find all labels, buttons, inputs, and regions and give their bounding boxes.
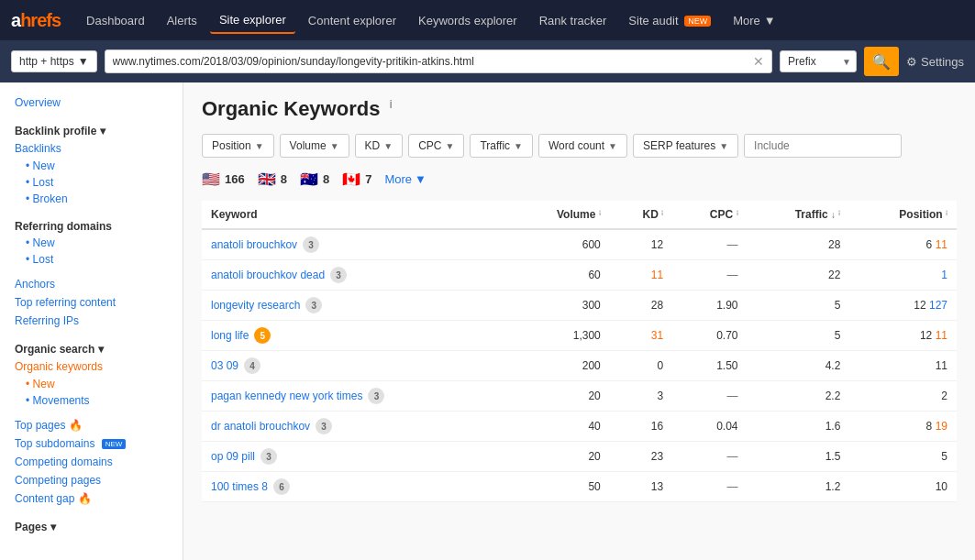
sidebar-competing-domains[interactable]: Competing domains <box>0 453 183 471</box>
ca-flag: 🇨🇦 <box>342 170 360 188</box>
keyword-link[interactable]: longevity research <box>211 299 300 312</box>
flag-au[interactable]: 🇦🇺 8 <box>300 170 329 188</box>
keyword-cell: long life5 <box>202 321 510 351</box>
filter-word-count[interactable]: Word count ▼ <box>538 134 627 158</box>
sidebar-broken-backlinks[interactable]: Broken <box>0 191 183 207</box>
keyword-cell: anatoli brouchkov3 <box>202 229 510 260</box>
volume-info-icon[interactable]: ⁱ <box>599 210 601 220</box>
position-cell: 10 <box>849 472 957 502</box>
cpc-cell: — <box>672 472 747 502</box>
filter-position[interactable]: Position ▼ <box>202 134 274 158</box>
volume-cell: 50 <box>510 472 610 502</box>
position-extra: 11 <box>936 238 947 251</box>
nav-more[interactable]: More ▼ <box>724 8 785 33</box>
traffic-info-icon[interactable]: ⁱ <box>838 210 840 220</box>
cpc-dash: — <box>727 269 738 281</box>
sidebar-new-referring[interactable]: New <box>0 235 183 251</box>
sidebar-new-backlinks[interactable]: New <box>0 158 183 174</box>
keyword-link[interactable]: 100 times 8 <box>211 480 268 493</box>
kd-cell: 16 <box>610 412 672 442</box>
traffic-cell: 5 <box>748 321 850 351</box>
filter-serp-features[interactable]: SERP features ▼ <box>633 134 738 158</box>
sidebar-content-gap[interactable]: Content gap 🔥 <box>0 489 183 508</box>
position-cell: 12 11 <box>849 321 957 351</box>
include-input[interactable] <box>744 134 902 158</box>
settings-button[interactable]: ⚙ Settings <box>906 55 964 69</box>
cpc-arrow: ▼ <box>445 141 454 151</box>
protocol-select[interactable]: http + https ▼ <box>11 50 97 72</box>
keyword-link[interactable]: op 09 pill <box>211 450 255 463</box>
nav-content-explorer[interactable]: Content explorer <box>299 8 405 33</box>
traffic-cell: 1.2 <box>748 472 850 502</box>
url-input[interactable] <box>113 55 753 68</box>
sidebar-organic-keywords[interactable]: Organic keywords <box>0 357 183 376</box>
sidebar-top-referring-content[interactable]: Top referring content <box>0 293 183 312</box>
sidebar-lost-backlinks[interactable]: Lost <box>0 174 183 191</box>
keyword-link[interactable]: anatoli brouchkov dead <box>211 269 325 281</box>
nav-dashboard[interactable]: Dashboard <box>77 8 154 33</box>
sidebar-overview[interactable]: Overview <box>0 93 183 112</box>
more-flags-button[interactable]: More ▼ <box>384 172 427 186</box>
position-cell: 11 <box>849 351 957 381</box>
cpc-info-icon[interactable]: ⁱ <box>737 210 738 220</box>
flag-ca[interactable]: 🇨🇦 7 <box>342 170 371 188</box>
kd-info-icon[interactable]: ⁱ <box>661 210 663 220</box>
cpc-cell: 1.50 <box>672 351 747 381</box>
sidebar-lost-referring[interactable]: Lost <box>0 251 183 268</box>
flag-us[interactable]: 🇺🇸 166 <box>202 170 245 188</box>
prefix-wrap: Prefix Exact URL Domain ▼ <box>780 50 857 72</box>
prefix-select[interactable]: Prefix Exact URL Domain <box>780 50 857 72</box>
sidebar-anchors[interactable]: Anchors <box>0 275 183 293</box>
filter-kd[interactable]: KD ▼ <box>355 134 404 158</box>
sidebar-competing-pages[interactable]: Competing pages <box>0 471 183 489</box>
keyword-link[interactable]: pagan kennedy new york times <box>211 390 362 402</box>
sidebar-movements[interactable]: Movements <box>0 392 183 409</box>
word-count-arrow: ▼ <box>608 141 617 151</box>
position-cell: 1 <box>849 260 957 291</box>
nav-site-audit[interactable]: Site audit NEW <box>619 8 720 33</box>
position-extra: 11 <box>936 329 947 342</box>
cpc-dash: — <box>727 390 738 402</box>
nav-keywords-explorer[interactable]: Keywords explorer <box>409 8 526 33</box>
kd-cell: 23 <box>610 442 672 472</box>
th-position[interactable]: Position ⁱ <box>849 201 957 229</box>
sidebar-referring-ips[interactable]: Referring IPs <box>0 312 183 330</box>
position-info-icon[interactable]: ⁱ <box>946 210 947 220</box>
traffic-cell: 1.5 <box>748 442 850 472</box>
sidebar-top-pages[interactable]: Top pages 🔥 <box>0 416 183 434</box>
flag-gb[interactable]: 🇬🇧 8 <box>258 170 287 188</box>
sidebar-backlinks[interactable]: Backlinks <box>0 139 183 158</box>
filter-traffic[interactable]: Traffic ▼ <box>470 134 533 158</box>
difficulty-badge: 4 <box>244 357 260 374</box>
page-title-info-icon[interactable]: i <box>390 98 393 111</box>
table-row: anatoli brouchkov360012—286 11 <box>202 229 957 260</box>
au-flag: 🇦🇺 <box>300 170 318 188</box>
sidebar-new-organic[interactable]: New <box>0 376 183 392</box>
th-volume[interactable]: Volume ⁱ <box>510 201 610 229</box>
url-clear-icon[interactable]: ✕ <box>753 54 764 69</box>
filter-volume[interactable]: Volume ▼ <box>280 134 349 158</box>
th-cpc[interactable]: CPC ⁱ <box>672 201 747 229</box>
position-value: 5 <box>941 450 947 463</box>
keyword-link[interactable]: long life <box>211 329 249 342</box>
th-traffic[interactable]: Traffic ↓ ⁱ <box>748 201 850 229</box>
table-row: dr anatoli brouchkov340160.041.68 19 <box>202 412 957 442</box>
th-kd[interactable]: KD ⁱ <box>610 201 672 229</box>
keyword-link[interactable]: 03 09 <box>211 359 238 372</box>
logo[interactable]: ahrefs <box>11 10 61 31</box>
cpc-cell: — <box>672 442 747 472</box>
us-count: 166 <box>225 172 245 186</box>
nav-alerts[interactable]: Alerts <box>158 8 206 33</box>
filter-cpc[interactable]: CPC ▼ <box>408 134 464 158</box>
sidebar-top-subdomains[interactable]: Top subdomains NEW <box>0 434 183 453</box>
cpc-dash: — <box>727 450 738 463</box>
keyword-link[interactable]: dr anatoli brouchkov <box>211 420 310 433</box>
keyword-cell: anatoli brouchkov dead3 <box>202 260 510 291</box>
search-button[interactable]: 🔍 <box>864 47 899 76</box>
kd-value: 23 <box>651 450 663 463</box>
url-bar: http + https ▼ ✕ Prefix Exact URL Domain… <box>0 40 975 82</box>
nav-rank-tracker[interactable]: Rank tracker <box>530 8 616 33</box>
keyword-cell: dr anatoli brouchkov3 <box>202 412 510 442</box>
keyword-link[interactable]: anatoli brouchkov <box>211 238 297 251</box>
nav-site-explorer[interactable]: Site explorer <box>210 7 295 34</box>
